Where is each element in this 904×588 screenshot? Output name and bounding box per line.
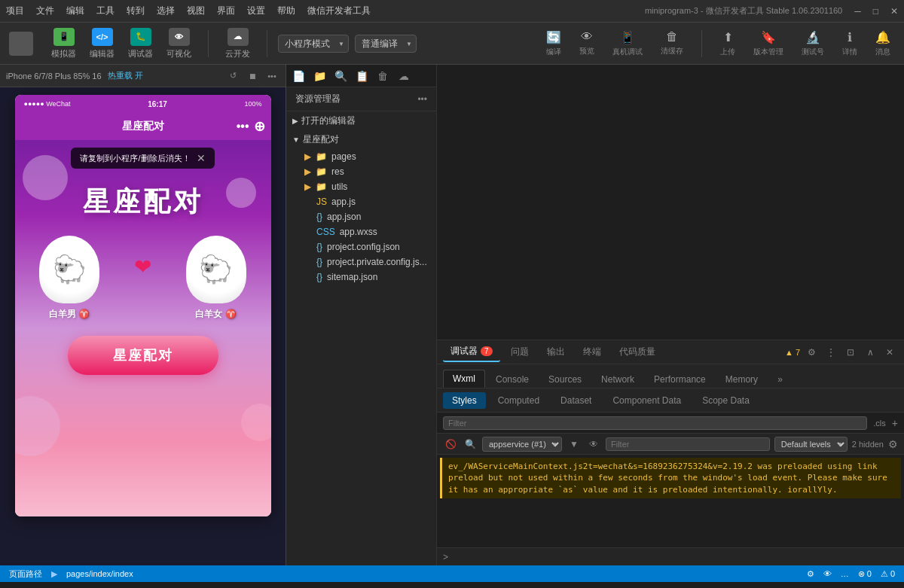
console-settings-btn[interactable]: ⚙ [888, 438, 898, 450]
inspector-tab-dataset[interactable]: Dataset [551, 392, 600, 409]
menu-item-project[interactable]: 项目 [6, 5, 24, 17]
mode-select[interactable]: 小程序模式 [278, 35, 349, 53]
console-source-select[interactable]: appservice (#1) [482, 437, 562, 452]
file-item-appjs[interactable]: JS app.js [286, 194, 436, 209]
menu-item-interface[interactable]: 界面 [217, 5, 235, 17]
cloud-btn[interactable]: ☁ 云开发 [219, 25, 256, 62]
status-eye-btn[interactable]: 👁 [823, 569, 832, 578]
devtools-settings-btn[interactable]: ⚙ [803, 344, 820, 361]
sub-tab-console[interactable]: Console [487, 371, 538, 388]
window-maximize[interactable]: □ [873, 6, 878, 17]
sub-tab-wxml[interactable]: Wxml [443, 370, 485, 388]
compile-select-wrapper[interactable]: 普通编译 [355, 35, 417, 53]
devtools-close-btn[interactable]: ✕ [881, 344, 898, 361]
dev-tab-output[interactable]: 输出 [539, 343, 573, 361]
compile-select[interactable]: 普通编译 [355, 35, 417, 53]
toast-close-btn[interactable]: ✕ [197, 152, 206, 164]
preview-btn[interactable]: 👁 预览 [575, 27, 599, 59]
menu-item-tool[interactable]: 工具 [96, 5, 115, 17]
explorer-new-file-btn[interactable]: 📄 [289, 67, 307, 85]
match-button[interactable]: 星座配对 [68, 336, 218, 375]
file-item-appjson[interactable]: {} app.json [286, 209, 436, 224]
file-item-res[interactable]: ▶ 📁 res [286, 164, 436, 179]
console-eye-btn[interactable]: 👁 [586, 437, 601, 452]
inspector-tab-component-data[interactable]: Component Data [603, 392, 690, 409]
console-source-expand-btn[interactable]: ▼ [567, 437, 582, 452]
test-btn[interactable]: 🔬 测试号 [797, 27, 829, 60]
real-debug-btn[interactable]: 📱 真机调试 [608, 27, 647, 60]
visual-btn[interactable]: 👁 可视化 [160, 25, 197, 62]
menu-item-settings[interactable]: 设置 [247, 5, 265, 17]
explorer-cloud-btn[interactable]: ☁ [395, 67, 413, 85]
detail-btn[interactable]: ℹ 详情 [838, 27, 862, 60]
dev-tab-quality[interactable]: 代码质量 [612, 343, 663, 361]
menu-item-help[interactable]: 帮助 [277, 5, 295, 17]
file-item-pages[interactable]: ▶ 📁 pages [286, 149, 436, 164]
inspector-tab-styles[interactable]: Styles [443, 392, 486, 409]
sim-more-btn[interactable]: ••• [264, 69, 279, 84]
menu-item-select[interactable]: 选择 [157, 5, 175, 17]
message-btn[interactable]: 🔔 消息 [871, 27, 895, 60]
editor-btn[interactable]: </> 编辑器 [84, 25, 121, 62]
phone-menu-btn[interactable]: ••• [237, 120, 249, 133]
file-item-projectprivate[interactable]: {} project.private.config.js... [286, 254, 436, 270]
deco-circle-1 [23, 155, 68, 200]
devtools-chevron-up[interactable]: ∧ [862, 344, 878, 361]
inspector-tab-computed[interactable]: Computed [489, 392, 548, 409]
simulator-btn[interactable]: 📱 模拟器 [45, 25, 82, 62]
menu-item-view[interactable]: 视图 [187, 5, 205, 17]
version-btn[interactable]: 🔖 版本管理 [749, 27, 788, 60]
sub-tab-sources[interactable]: Sources [539, 371, 591, 388]
filter-input[interactable] [443, 416, 867, 430]
separator-1 [208, 30, 209, 57]
inspector-tab-scope-data[interactable]: Scope Data [693, 392, 759, 409]
hot-reload[interactable]: 热重载 开 [108, 70, 143, 81]
file-item-utils[interactable]: ▶ 📁 utils [286, 179, 436, 194]
opened-editors-section[interactable]: ▶ 打开的编辑器 [286, 111, 436, 130]
console-source-wrapper[interactable]: appservice (#1) [482, 437, 562, 452]
console-level-select[interactable]: Default levels [774, 437, 848, 452]
menu-item-wechat[interactable]: 微信开发者工具 [307, 5, 371, 17]
explorer-menu-btn[interactable]: ••• [417, 94, 427, 105]
menu-item-edit[interactable]: 编辑 [66, 5, 84, 17]
explorer-copy-btn[interactable]: 📋 [353, 67, 371, 85]
explorer-search-btn[interactable]: 🔍 [331, 67, 350, 85]
console-filter-input[interactable] [606, 437, 770, 451]
menu-item-file[interactable]: 文件 [36, 5, 54, 17]
console-level-wrapper[interactable]: Default levels [774, 437, 848, 452]
window-close[interactable]: ✕ [890, 6, 898, 17]
dev-tab-issues[interactable]: 问题 [503, 343, 536, 361]
explorer-delete-btn[interactable]: 🗑 [374, 67, 392, 85]
console-filter-btn[interactable]: 🔍 [463, 437, 478, 452]
window-minimize[interactable]: ─ [854, 6, 861, 17]
status-more-btn[interactable]: … [841, 569, 849, 578]
file-item-sitemap[interactable]: {} sitemap.json [286, 270, 436, 285]
sim-stop-btn[interactable]: ⏹ [245, 69, 260, 84]
clear-btn[interactable]: 🗑 清缓存 [656, 27, 688, 59]
project-section[interactable]: ▼ 星座配对 [286, 130, 436, 149]
phone-close-btn[interactable]: ⊕ [254, 118, 265, 135]
console-input[interactable] [451, 553, 898, 562]
sub-tab-more[interactable]: » [768, 371, 792, 388]
mode-select-wrapper[interactable]: 小程序模式 [278, 35, 349, 53]
dev-tab-terminal[interactable]: 终端 [576, 343, 609, 361]
console-clear-btn[interactable]: 🚫 [443, 437, 458, 452]
upload-btn[interactable]: ⬆ 上传 [716, 27, 740, 60]
refresh-btn[interactable]: 🔄 编译 [542, 27, 566, 60]
devtools-more-btn[interactable]: ⋮ [823, 344, 839, 361]
dev-tab-debugger[interactable]: 调试器 7 [443, 342, 500, 362]
filter-add-btn[interactable]: + [892, 417, 898, 429]
file-item-appwxss[interactable]: CSS app.wxss [286, 224, 436, 239]
sim-refresh-btn[interactable]: ↺ [225, 69, 240, 84]
debugger-btn[interactable]: 🐛 调试器 [122, 25, 159, 62]
menu-item-goto[interactable]: 转到 [127, 5, 145, 17]
cls-button[interactable]: .cls [873, 419, 886, 428]
status-settings-btn[interactable]: ⚙ [807, 569, 814, 579]
sub-tab-network[interactable]: Network [592, 371, 643, 388]
devtools-undock-btn[interactable]: ⊡ [842, 344, 859, 361]
inspector-tab-styles-label: Styles [452, 395, 477, 406]
sub-tab-performance[interactable]: Performance [645, 371, 715, 388]
explorer-new-folder-btn[interactable]: 📁 [310, 67, 328, 85]
file-item-projectconfig[interactable]: {} project.config.json [286, 239, 436, 254]
sub-tab-memory[interactable]: Memory [716, 371, 767, 388]
